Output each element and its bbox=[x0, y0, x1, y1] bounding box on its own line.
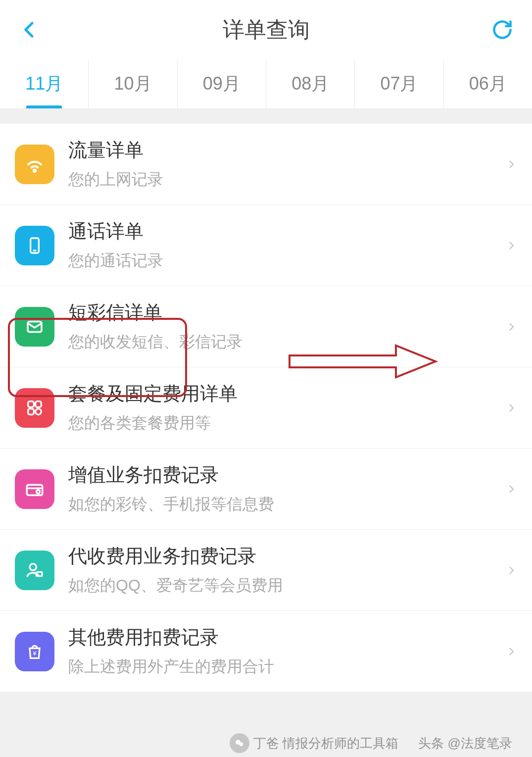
chevron-right-icon bbox=[505, 564, 517, 576]
bag-icon: ¥ bbox=[15, 632, 54, 671]
chevron-right-icon bbox=[505, 483, 517, 495]
list-text: 其他费用扣费记录 除上述费用外产生的费用合计 bbox=[68, 625, 505, 678]
tab-label: 11月 bbox=[25, 72, 63, 96]
item-title: 代收费用业务扣费记录 bbox=[68, 544, 505, 569]
wechat-icon bbox=[230, 733, 249, 753]
svg-point-7 bbox=[36, 408, 42, 414]
detail-list: 流量详单 您的上网记录 通话详单 您的通话记录 短彩信详单 您的收发短信、彩信记… bbox=[0, 124, 532, 692]
back-icon[interactable] bbox=[18, 18, 42, 42]
item-subtitle: 您的通话记录 bbox=[68, 250, 505, 272]
mail-icon bbox=[15, 307, 54, 347]
chevron-right-icon bbox=[505, 402, 517, 414]
chevron-right-icon bbox=[505, 240, 517, 252]
item-subtitle: 如您的彩铃、手机报等信息费 bbox=[68, 494, 505, 515]
list-text: 短彩信详单 您的收发短信、彩信记录 bbox=[68, 300, 505, 353]
tab-month-06[interactable]: 06月 bbox=[444, 59, 532, 108]
tab-label: 06月 bbox=[469, 72, 507, 96]
refresh-icon[interactable] bbox=[490, 18, 514, 42]
tab-label: 07月 bbox=[380, 72, 418, 96]
watermark-toutiao: 头条 @法度笔录 bbox=[418, 733, 512, 753]
svg-rect-4 bbox=[28, 401, 34, 407]
tab-label: 09月 bbox=[203, 72, 241, 96]
item-title: 流量详单 bbox=[68, 138, 505, 163]
list-text: 通话详单 您的通话记录 bbox=[68, 219, 505, 272]
header: 详单查询 bbox=[0, 0, 532, 59]
svg-point-0 bbox=[34, 169, 36, 171]
page-title: 详单查询 bbox=[223, 15, 310, 45]
tab-label: 08月 bbox=[291, 72, 329, 96]
item-title: 短彩信详单 bbox=[68, 300, 505, 325]
grid-icon bbox=[15, 388, 54, 428]
item-title: 通话详单 bbox=[68, 219, 505, 244]
card-icon bbox=[15, 469, 54, 509]
tab-month-07[interactable]: 07月 bbox=[355, 59, 443, 108]
item-subtitle: 您的各类套餐费用等 bbox=[68, 412, 505, 434]
tab-month-11[interactable]: 11月 bbox=[0, 59, 89, 108]
tab-label: 10月 bbox=[114, 72, 151, 96]
svg-rect-8 bbox=[27, 485, 43, 495]
month-tabs: 11月 10月 09月 08月 07月 06月 bbox=[0, 59, 532, 109]
list-text: 增值业务扣费记录 如您的彩铃、手机报等信息费 bbox=[68, 462, 505, 515]
user-icon bbox=[15, 551, 54, 590]
phone-icon bbox=[15, 226, 54, 265]
chevron-right-icon bbox=[505, 158, 517, 170]
svg-point-11 bbox=[30, 563, 36, 570]
item-subtitle: 如您的QQ、爱奇艺等会员费用 bbox=[68, 575, 505, 597]
svg-text:¥: ¥ bbox=[32, 650, 37, 657]
chevron-right-icon bbox=[505, 646, 517, 657]
list-item-collection-fees[interactable]: 代收费用业务扣费记录 如您的QQ、爱奇艺等会员费用 bbox=[0, 530, 532, 611]
list-text: 流量详单 您的上网记录 bbox=[68, 138, 505, 191]
svg-point-15 bbox=[239, 742, 243, 746]
svg-rect-6 bbox=[28, 408, 34, 414]
tab-month-08[interactable]: 08月 bbox=[266, 59, 355, 108]
list-text: 套餐及固定费用详单 您的各类套餐费用等 bbox=[68, 381, 505, 434]
watermark-text: 丁爸 情报分析师的工具箱 bbox=[253, 735, 398, 752]
tab-month-10[interactable]: 10月 bbox=[89, 59, 177, 108]
list-text: 代收费用业务扣费记录 如您的QQ、爱奇艺等会员费用 bbox=[68, 544, 505, 597]
item-title: 套餐及固定费用详单 bbox=[68, 381, 505, 406]
watermark-wechat: 丁爸 情报分析师的工具箱 bbox=[230, 733, 398, 753]
watermark: 丁爸 情报分析师的工具箱 头条 @法度笔录 bbox=[0, 733, 532, 753]
chevron-right-icon bbox=[505, 321, 517, 333]
list-item-call-records[interactable]: 通话详单 您的通话记录 bbox=[0, 205, 532, 286]
item-title: 增值业务扣费记录 bbox=[68, 462, 505, 488]
item-subtitle: 您的收发短信、彩信记录 bbox=[68, 331, 505, 353]
watermark-text: 头条 @法度笔录 bbox=[418, 735, 512, 752]
list-item-package-fees[interactable]: 套餐及固定费用详单 您的各类套餐费用等 bbox=[0, 367, 532, 449]
list-item-data-usage[interactable]: 流量详单 您的上网记录 bbox=[0, 124, 532, 205]
list-item-other-fees[interactable]: ¥ 其他费用扣费记录 除上述费用外产生的费用合计 bbox=[0, 611, 532, 692]
list-item-sms-mms[interactable]: 短彩信详单 您的收发短信、彩信记录 bbox=[0, 286, 532, 367]
svg-point-10 bbox=[37, 490, 40, 493]
svg-rect-5 bbox=[36, 401, 42, 407]
item-subtitle: 除上述费用外产生的费用合计 bbox=[68, 656, 505, 678]
item-subtitle: 您的上网记录 bbox=[68, 169, 505, 191]
tab-month-09[interactable]: 09月 bbox=[178, 59, 266, 108]
list-item-value-added[interactable]: 增值业务扣费记录 如您的彩铃、手机报等信息费 bbox=[0, 449, 532, 530]
wifi-icon bbox=[15, 145, 54, 184]
item-title: 其他费用扣费记录 bbox=[68, 625, 505, 650]
svg-point-14 bbox=[236, 740, 241, 745]
